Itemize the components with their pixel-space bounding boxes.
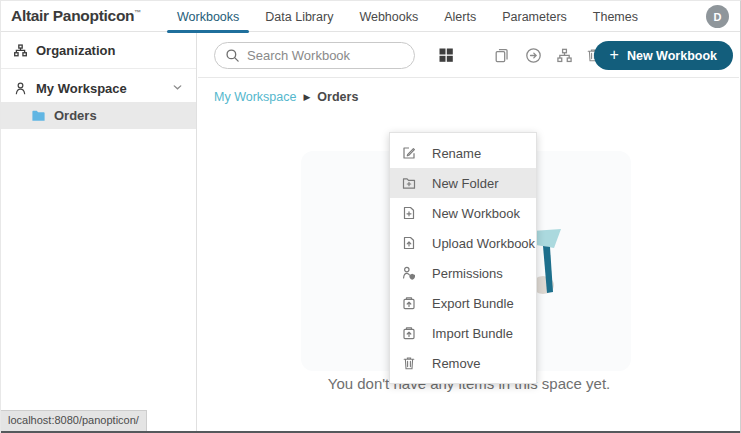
- breadcrumb: My Workspace ▶ Orders: [214, 90, 358, 104]
- new-workbook-button[interactable]: + New Workbook: [594, 41, 733, 70]
- menu-item-label: New Workbook: [432, 206, 520, 221]
- permissions-icon: [401, 265, 417, 281]
- breadcrumb-separator-icon: ▶: [303, 92, 310, 102]
- workbooks-toolbar: + New Workbook: [198, 33, 739, 78]
- chevron-down-icon[interactable]: [171, 81, 184, 94]
- app-logo: Altair Panopticon™: [11, 7, 141, 25]
- sidebar-organization-label: Organization: [36, 43, 115, 58]
- menu-item-export-bundle[interactable]: Export Bundle: [390, 288, 536, 318]
- trademark-symbol: ™: [134, 9, 141, 16]
- empty-state-illustration: [526, 221, 621, 326]
- new-workbook-icon: [401, 205, 417, 221]
- sidebar-orders-label: Orders: [54, 108, 97, 123]
- search-box[interactable]: [214, 42, 415, 69]
- menu-item-new-workbook[interactable]: New Workbook: [390, 198, 536, 228]
- menu-item-remove[interactable]: Remove: [390, 348, 536, 378]
- upload-workbook-icon: [401, 235, 417, 251]
- tab-parameters[interactable]: Parameters: [492, 1, 577, 32]
- sidebar: Organization My Workspace Orders: [1, 33, 197, 431]
- menu-item-upload-workbook[interactable]: Upload Workbook: [390, 228, 536, 258]
- plus-icon: +: [610, 46, 619, 64]
- tab-webhooks[interactable]: Webhooks: [349, 1, 428, 32]
- sidebar-item-my-workspace[interactable]: My Workspace: [1, 74, 196, 102]
- menu-item-label: New Folder: [432, 176, 498, 191]
- sitemap-icon[interactable]: [556, 47, 573, 64]
- tab-themes[interactable]: Themes: [583, 1, 648, 32]
- tab-workbooks[interactable]: Workbooks: [167, 1, 249, 32]
- new-workbook-button-label: New Workbook: [627, 49, 717, 63]
- top-navbar: Altair Panopticon™ Workbooks Data Librar…: [1, 1, 740, 32]
- breadcrumb-my-workspace[interactable]: My Workspace: [214, 90, 296, 104]
- menu-item-label: Import Bundle: [432, 326, 513, 341]
- import-bundle-icon: [401, 325, 417, 341]
- context-menu: Rename New Folder New Workbook Upload Wo…: [389, 132, 537, 384]
- sidebar-item-orders[interactable]: Orders: [1, 102, 196, 129]
- remove-icon: [401, 355, 417, 371]
- menu-item-permissions[interactable]: Permissions: [390, 258, 536, 288]
- person-icon: [13, 81, 28, 96]
- grid-view-icon[interactable]: [438, 47, 454, 63]
- menu-item-label: Upload Workbook: [432, 236, 535, 251]
- menu-item-label: Export Bundle: [432, 296, 514, 311]
- menu-item-import-bundle[interactable]: Import Bundle: [390, 318, 536, 348]
- copy-icon[interactable]: [493, 47, 510, 64]
- nav-tabs: Workbooks Data Library Webhooks Alerts P…: [167, 1, 654, 32]
- open-icon[interactable]: [525, 47, 542, 64]
- menu-item-rename[interactable]: Rename: [390, 138, 536, 168]
- status-url-tooltip: localhost:8080/panopticon/: [1, 410, 147, 431]
- folder-icon: [31, 108, 46, 123]
- breadcrumb-orders: Orders: [317, 90, 358, 104]
- search-input[interactable]: [247, 48, 397, 63]
- export-bundle-icon: [401, 295, 417, 311]
- menu-item-label: Permissions: [432, 266, 503, 281]
- tab-data-library[interactable]: Data Library: [255, 1, 343, 32]
- new-folder-icon: [401, 175, 417, 191]
- menu-item-label: Rename: [432, 146, 481, 161]
- sidebar-workspace-label: My Workspace: [36, 81, 127, 96]
- user-avatar[interactable]: D: [706, 5, 729, 28]
- rename-icon: [401, 145, 417, 161]
- organization-tree-icon: [13, 43, 28, 58]
- menu-item-new-folder[interactable]: New Folder: [390, 168, 536, 198]
- sidebar-item-organization[interactable]: Organization: [1, 33, 196, 69]
- tab-alerts[interactable]: Alerts: [434, 1, 486, 32]
- menu-item-label: Remove: [432, 356, 480, 371]
- search-icon: [225, 48, 240, 63]
